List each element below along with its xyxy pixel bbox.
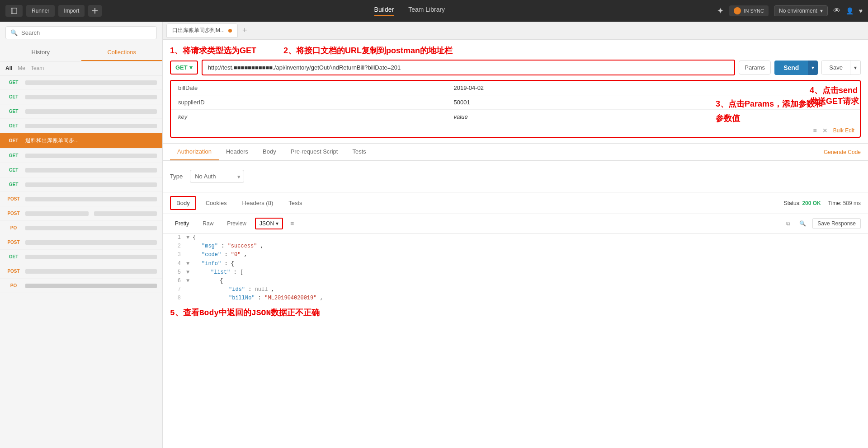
toggle-spacer [186, 251, 191, 259]
resp-tab-cookies[interactable]: Cookies [200, 196, 233, 210]
tab-collections[interactable]: Collections [81, 44, 163, 61]
sidebar-toggle-button[interactable] [5, 5, 23, 17]
param-key: supplierID [171, 95, 447, 110]
list-item-active[interactable]: GET 退料和出库账单同步... [0, 133, 162, 149]
list-item[interactable]: POST [0, 235, 162, 250]
list-item[interactable]: GET [0, 90, 162, 104]
generate-code-link[interactable]: Generate Code [824, 149, 861, 155]
params-footer: ≡ ✕ Bulk Edit [171, 124, 860, 137]
new-button[interactable] [88, 5, 102, 17]
svg-rect-0 [11, 8, 17, 14]
format-type-label: JSON [259, 220, 274, 227]
save-response-button[interactable]: Save Response [812, 218, 861, 229]
json-content: { [193, 233, 196, 242]
import-button[interactable]: Import [58, 5, 85, 17]
tab-history[interactable]: History [0, 44, 81, 61]
filter-me[interactable]: Me [18, 65, 25, 71]
save-dropdown-button[interactable]: ▾ [850, 60, 861, 75]
item-name-bar2 [94, 211, 157, 216]
send-dropdown[interactable]: ▾ [808, 61, 818, 75]
request-tab[interactable]: 口出库账单同步到M... [166, 23, 238, 37]
auth-type-dropdown-wrap: No Auth Bearer Token Basic Auth OAuth 2.… [190, 170, 244, 183]
list-item[interactable]: GET [0, 163, 162, 177]
topbar: Runner Import Builder Team Library ✦ IN … [0, 0, 868, 22]
response-area: Body Cookies Headers (8) Tests Status: 2… [163, 192, 868, 448]
line-number[interactable]: 1 [168, 233, 181, 242]
user-icon[interactable]: 👤 [846, 7, 854, 14]
settings-icon[interactable]: ≡ [813, 127, 816, 134]
tab-tests[interactable]: Tests [345, 144, 373, 160]
filter-all[interactable]: All [5, 65, 12, 71]
line-number[interactable]: 5 [168, 268, 181, 277]
params-button[interactable]: Params [739, 61, 771, 75]
tab-headers[interactable]: Headers [219, 144, 255, 160]
list-item[interactable]: POST [0, 192, 162, 206]
format-pretty-button[interactable]: Pretty [170, 218, 194, 229]
sidebar-search-area: 🔍 [0, 22, 162, 44]
filter-team[interactable]: Team [31, 65, 44, 71]
resp-tab-headers[interactable]: Headers (8) [236, 196, 279, 210]
list-item[interactable]: GET [0, 119, 162, 133]
list-item[interactable]: GET [0, 104, 162, 119]
topbar-right: ✦ IN SYNC No environment ▾ 👁 👤 ♥ [717, 5, 863, 16]
response-header: Body Cookies Headers (8) Tests Status: 2… [163, 192, 868, 214]
list-item[interactable]: POST [0, 264, 162, 279]
send-button[interactable]: Send [774, 61, 808, 75]
json-line: 4 ▼ "info" : { [163, 260, 868, 268]
satellite-icon[interactable]: ✦ [717, 6, 724, 16]
team-library-tab[interactable]: Team Library [408, 6, 445, 16]
list-item[interactable]: GET [0, 250, 162, 264]
sidebar-filter: All Me Team [0, 61, 162, 75]
list-item[interactable]: POST [0, 206, 162, 221]
bulk-edit-link[interactable]: Bulk Edit [833, 127, 854, 134]
copy-response-button[interactable]: ⧉ [783, 219, 793, 229]
tab-pre-request-script[interactable]: Pre-request Script [283, 144, 345, 160]
close-icon[interactable]: ✕ [822, 127, 828, 134]
send-button-wrap: Send ▾ [774, 61, 818, 75]
heart-icon[interactable]: ♥ [859, 7, 863, 14]
line-number[interactable]: 4 [168, 260, 181, 268]
toggle-icon[interactable]: ▼ [186, 268, 191, 277]
environment-dropdown[interactable]: No environment ▾ [774, 5, 828, 16]
topbar-center: Builder Team Library [105, 6, 713, 16]
method-badge: POST [5, 268, 22, 275]
format-type-dropdown[interactable]: JSON ▾ [255, 218, 283, 229]
request-subtabs: Authorization Headers Body Pre-request S… [163, 144, 868, 161]
item-name-bar [25, 197, 157, 201]
runner-button[interactable]: Runner [26, 5, 55, 17]
builder-tab[interactable]: Builder [374, 6, 394, 16]
url-bar: GET ▾ Params Send ▾ Save ▾ [170, 60, 861, 75]
wrap-icon[interactable]: ≡ [290, 220, 294, 227]
method-select[interactable]: GET ▾ [170, 61, 198, 75]
format-preview-button[interactable]: Preview [222, 218, 251, 229]
list-item[interactable]: GET [0, 75, 162, 90]
search-icon: 🔍 [10, 29, 18, 36]
sync-dot [734, 7, 741, 14]
json-line: 1 ▼ { [163, 233, 868, 242]
resp-tab-tests[interactable]: Tests [283, 196, 308, 210]
param-val-placeholder: value [447, 110, 860, 124]
search-input[interactable] [21, 29, 152, 36]
toggle-icon[interactable]: ▼ [186, 233, 191, 242]
add-tab-button[interactable]: + [240, 26, 250, 35]
url-input[interactable] [202, 60, 736, 75]
tab-body[interactable]: Body [255, 144, 283, 160]
json-value: "ML201904020019" [264, 295, 316, 301]
list-item[interactable]: PO [0, 221, 162, 235]
tab-authorization[interactable]: Authorization [170, 144, 219, 160]
search-response-button[interactable]: 🔍 [797, 219, 809, 229]
auth-type-select[interactable]: No Auth Bearer Token Basic Auth OAuth 2.… [190, 170, 244, 183]
save-button[interactable]: Save [821, 60, 850, 75]
toggle-spacer [186, 294, 191, 303]
item-name-bar [25, 284, 157, 288]
tab-name: 口出库账单同步到M... [172, 27, 225, 34]
list-item[interactable]: GET [0, 149, 162, 163]
eye-icon[interactable]: 👁 [833, 7, 840, 15]
list-item[interactable]: PO [0, 279, 162, 293]
toggle-icon[interactable]: ▼ [186, 260, 191, 268]
list-item[interactable]: GET [0, 177, 162, 192]
format-raw-button[interactable]: Raw [198, 218, 218, 229]
resp-tab-body[interactable]: Body [170, 196, 196, 210]
toggle-icon[interactable]: ▼ [186, 277, 191, 285]
line-number[interactable]: 6 [168, 277, 181, 285]
